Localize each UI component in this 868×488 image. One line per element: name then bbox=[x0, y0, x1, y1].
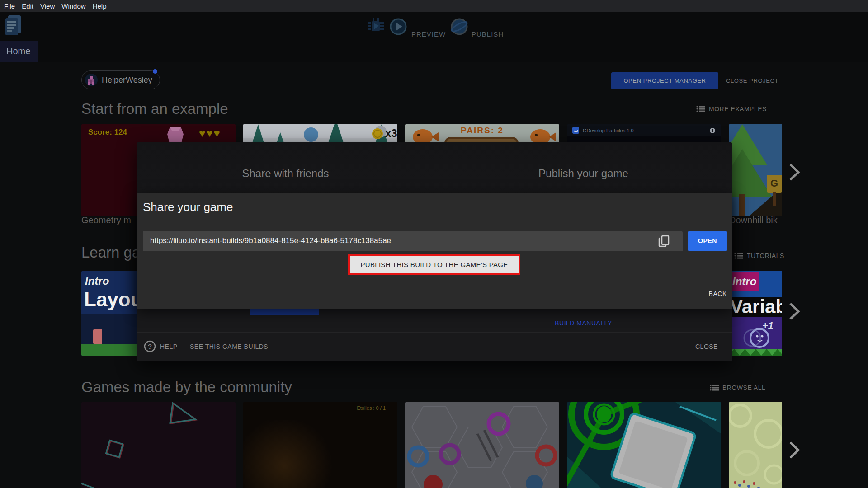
user-chip[interactable]: HelperWesley bbox=[81, 70, 160, 89]
layout-label: Layou bbox=[84, 288, 143, 311]
particles-title: GDevelop Particles 1.0 bbox=[583, 128, 634, 133]
browse-all-button[interactable]: BROWSE ALL bbox=[710, 384, 765, 391]
menu-window[interactable]: Window bbox=[61, 2, 85, 10]
learn-scroll-right-icon[interactable] bbox=[788, 302, 800, 321]
tab-share-with-friends[interactable]: Share with friends bbox=[137, 167, 434, 180]
see-game-builds-button[interactable]: SEE THIS GAME BUILDS bbox=[190, 343, 268, 350]
tab-home[interactable]: Home bbox=[0, 41, 38, 62]
g-sign-label: G bbox=[770, 178, 778, 189]
help-icon[interactable]: ? bbox=[144, 340, 156, 352]
generate-link-button-sliver[interactable] bbox=[250, 309, 319, 315]
intro-right-label: Intro bbox=[732, 275, 756, 288]
menu-view[interactable]: View bbox=[40, 2, 55, 10]
examples-scroll-right-icon[interactable] bbox=[788, 163, 800, 182]
intro-left-label: Intro bbox=[85, 275, 109, 287]
publish-this-build-button[interactable]: PUBLISH THIS BUILD TO THE GAME'S PAGE bbox=[350, 256, 519, 273]
avatar bbox=[85, 74, 98, 86]
pairs-label: PAIRS: 2 bbox=[405, 126, 559, 136]
learn-tile-variables[interactable]: Intro Variab +1 bbox=[729, 271, 782, 356]
learn-section-title: Learn ga bbox=[81, 244, 140, 261]
svg-text:?: ? bbox=[148, 343, 152, 350]
tutorials-button[interactable]: TUTORIALS bbox=[734, 252, 784, 259]
gdevelop-window: File Edit View Window Help bbox=[0, 0, 868, 488]
community-tile-teal-target[interactable] bbox=[567, 402, 721, 488]
notification-dot bbox=[153, 69, 157, 74]
etoiles-label: Étoiles : 0 / 1 bbox=[357, 405, 386, 411]
build-manually-link[interactable]: BUILD MANUALLY bbox=[434, 319, 732, 327]
preview-button[interactable]: PREVIEW bbox=[411, 30, 446, 38]
more-examples-button[interactable]: MORE EXAMPLES bbox=[696, 105, 767, 113]
score-label: Score: 124 bbox=[88, 128, 127, 137]
player-character bbox=[93, 329, 102, 344]
example-tile-downhill-bike[interactable]: G bbox=[729, 124, 782, 216]
preview-icon[interactable] bbox=[390, 18, 407, 35]
more-examples-label: MORE EXAMPLES bbox=[709, 105, 767, 113]
close-button[interactable]: CLOSE bbox=[695, 343, 718, 350]
tab-publish-your-game[interactable]: Publish your game bbox=[434, 167, 732, 180]
open-url-button[interactable]: OPEN bbox=[688, 231, 727, 251]
list-icon bbox=[734, 252, 743, 259]
example-caption-left: Geometry m bbox=[81, 215, 131, 225]
community-tile-night-scene[interactable]: Étoiles : 0 / 1 bbox=[243, 402, 397, 488]
coin-icon bbox=[372, 128, 383, 140]
list-icon bbox=[696, 105, 705, 113]
share-your-game-dialog: Share your game OPEN PUBLISH THIS BUILD … bbox=[137, 193, 732, 309]
help-button[interactable]: HELP bbox=[160, 343, 178, 350]
highlight-red-box: PUBLISH THIS BUILD TO THE GAME'S PAGE bbox=[348, 254, 520, 275]
community-scroll-right-icon[interactable] bbox=[788, 441, 800, 460]
menu-bar: File Edit View Window Help bbox=[0, 0, 868, 12]
variables-scene: +1 bbox=[729, 317, 782, 349]
info-icon bbox=[709, 127, 716, 134]
publish-button[interactable]: PUBLISH bbox=[472, 30, 504, 38]
editor-tab-bar: Home bbox=[0, 41, 868, 62]
list-icon bbox=[710, 384, 719, 391]
community-tile-row: Étoiles : 0 / 1 bbox=[81, 402, 782, 488]
example-caption-right: Downhill bik bbox=[729, 215, 778, 225]
open-project-manager-button[interactable]: OPEN PROJECT MANAGER bbox=[611, 72, 718, 89]
menu-edit[interactable]: Edit bbox=[22, 2, 33, 10]
share-url-input[interactable] bbox=[143, 231, 683, 251]
back-button[interactable]: BACK bbox=[693, 290, 727, 297]
downhill-art bbox=[729, 124, 782, 216]
particles-titlebar: GDevelop Particles 1.0 bbox=[567, 124, 721, 136]
browse-all-label: BROWSE ALL bbox=[722, 384, 765, 391]
community-tile-neon-shapes[interactable] bbox=[81, 402, 236, 488]
close-project-button[interactable]: CLOSE PROJECT bbox=[722, 72, 782, 89]
tutorials-label: TUTORIALS bbox=[747, 252, 784, 259]
ghost-character bbox=[742, 327, 769, 349]
teal-target-art bbox=[567, 402, 721, 488]
intro-right-badge: Intro bbox=[729, 272, 760, 291]
bubbles-art bbox=[729, 402, 782, 488]
hex-rings-art bbox=[405, 402, 559, 488]
copy-icon[interactable] bbox=[657, 235, 671, 248]
coin-multiplier-label: x3 bbox=[385, 127, 397, 140]
gdevelop-logo-icon bbox=[572, 127, 579, 134]
neon-shapes-art bbox=[81, 402, 236, 488]
glow-art bbox=[243, 420, 343, 488]
footer-divider bbox=[137, 332, 732, 333]
menu-file[interactable]: File bbox=[4, 2, 15, 10]
project-manager-icon[interactable] bbox=[5, 14, 22, 36]
community-tile-hex-rings[interactable] bbox=[405, 402, 559, 488]
examples-section-title: Start from an example bbox=[81, 100, 228, 117]
community-tile-bubbles[interactable] bbox=[729, 402, 782, 488]
share-dialog-title: Share your game bbox=[143, 200, 233, 214]
zigzag-grass bbox=[729, 349, 782, 356]
debug-icon[interactable] bbox=[366, 17, 385, 34]
publish-icon[interactable] bbox=[451, 18, 468, 35]
menu-help[interactable]: Help bbox=[93, 2, 107, 10]
community-section-title: Games made by the community bbox=[81, 379, 292, 396]
main-toolbar: PREVIEW PUBLISH bbox=[0, 12, 868, 41]
variables-title-band: Variab bbox=[729, 297, 782, 317]
username-label: HelperWesley bbox=[102, 75, 152, 85]
variables-label: Variab bbox=[730, 296, 782, 318]
hearts-art: ♥♥♥ bbox=[199, 127, 221, 140]
